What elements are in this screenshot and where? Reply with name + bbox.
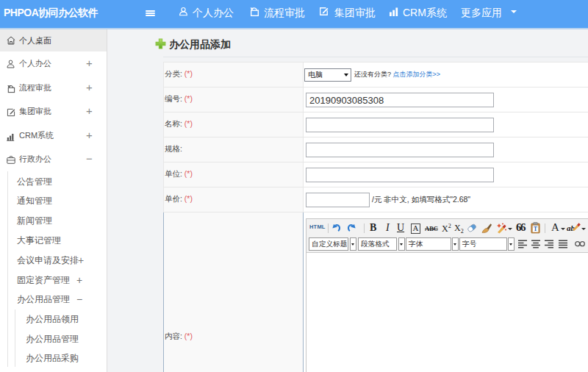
svg-text:T: T: [534, 226, 537, 232]
